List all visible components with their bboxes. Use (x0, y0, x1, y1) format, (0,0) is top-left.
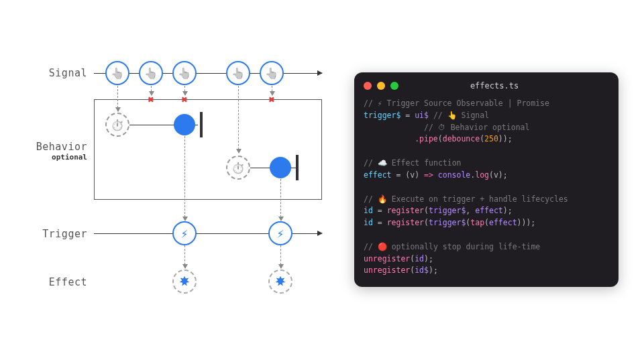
dash-to-effect-2 (280, 245, 281, 268)
code-token: log (475, 170, 489, 180)
trigger-event-1: ⚡ (172, 221, 197, 245)
code-token: // 👆 Signal (429, 111, 489, 120)
minimize-icon[interactable] (377, 82, 385, 90)
debounce-emit-2 (270, 157, 291, 178)
code-token: debounce (443, 134, 480, 143)
dash-1 (117, 86, 118, 111)
behavior-box (94, 99, 322, 200)
dash-4 (238, 86, 239, 153)
code-token: id (364, 206, 373, 215)
code-token: trigger$ (429, 206, 466, 215)
window-titlebar: effects.ts (364, 79, 609, 93)
cancel-3: ✖ (181, 93, 188, 106)
code-token: register (387, 218, 424, 227)
trigger-row-label: Trigger (20, 228, 87, 240)
effect-1 (172, 269, 197, 294)
code-token: ( (424, 218, 429, 227)
code-comment: // ☁️ Effect function (364, 158, 462, 168)
code-token: ( (484, 218, 489, 227)
pointer-icon: 👆 (178, 67, 191, 80)
cancel-5: ✖ (268, 93, 275, 106)
code-token: => (419, 170, 438, 180)
code-token: 250 (484, 134, 498, 143)
code-token: = (373, 218, 387, 227)
code-token: unregister (364, 254, 410, 263)
stopwatch-icon: ⏱️ (231, 162, 245, 174)
debounce-emit-1 (174, 114, 195, 135)
code-token: , (466, 206, 475, 215)
signal-event-4: 👆 (226, 61, 250, 85)
code-token: ); (424, 254, 433, 263)
code-token: = (400, 111, 415, 120)
signal-event-1: 👆 (105, 61, 129, 85)
pointer-icon: 👆 (144, 67, 158, 80)
code-token: = (373, 206, 387, 215)
code-token: ( (438, 134, 443, 143)
cloud-splat-icon (273, 274, 288, 289)
code-token: ui$ (415, 111, 429, 120)
signal-event-3: 👆 (172, 61, 197, 85)
pointer-icon: 👆 (265, 67, 278, 80)
terminator-2 (296, 155, 299, 180)
cloud-splat-icon (177, 274, 192, 289)
stopwatch-icon: ⏱️ (111, 119, 124, 131)
code-token: trigger$ (364, 111, 400, 120)
trigger-event-2: ⚡ (268, 221, 292, 245)
code-token: id$ (415, 265, 429, 275)
code-token: id (415, 254, 424, 263)
bolt-icon: ⚡ (181, 227, 189, 241)
diagram-page: Signal Behavior optional Trigger Effect … (0, 0, 644, 362)
dash-to-trigger-2 (280, 179, 281, 221)
code-token: register (387, 206, 424, 215)
code-token: trigger$ (429, 218, 466, 227)
window-title: effects.ts (404, 81, 609, 90)
code-token: (v) (405, 170, 419, 180)
code-token: tap (470, 218, 484, 227)
behavior-optional-label: optional (20, 153, 87, 162)
bolt-icon: ⚡ (277, 227, 284, 241)
pointer-icon: 👆 (111, 67, 124, 80)
code-comment: // ⚡ Trigger Source Observable | Promise (364, 99, 549, 108)
code-token: ( (424, 206, 429, 215)
code-token: )); (498, 134, 513, 143)
code-comment: // 🔥 Execute on trigger + handle lifecyc… (364, 194, 568, 204)
code-window: effects.ts // ⚡ Trigger Source Observabl… (354, 72, 619, 287)
code-token: effect (475, 206, 503, 215)
behavior-row-label: Behavior (20, 141, 87, 153)
code-token: ); (429, 265, 438, 275)
code-token: ); (503, 206, 513, 215)
code-token: console (438, 170, 470, 180)
code-token: id (364, 218, 373, 227)
signal-row-label: Signal (20, 67, 87, 79)
code-comment: // 🔴 optionally stop during life-time (364, 242, 540, 251)
dash-to-effect-1 (184, 245, 185, 268)
debounce-start-1: ⏱️ (105, 113, 129, 137)
signal-event-5: 👆 (260, 61, 284, 85)
dash-to-trigger-1 (184, 136, 185, 221)
code-token: effect (489, 218, 517, 227)
cancel-2: ✖ (148, 93, 154, 106)
effect-2 (268, 269, 292, 294)
pointer-icon: 👆 (231, 67, 245, 80)
code-token: effect (364, 170, 392, 180)
code-token: ))); (517, 218, 536, 227)
code-block: // ⚡ Trigger Source Observable | Promise… (364, 98, 609, 277)
debounce-start-2: ⏱️ (226, 156, 250, 180)
maximize-icon[interactable] (390, 82, 398, 90)
code-token: (v); (489, 170, 508, 180)
effect-row-label: Effect (20, 276, 87, 288)
signal-event-2: 👆 (139, 61, 163, 85)
code-token: unregister (364, 265, 410, 275)
code-token: pipe (419, 134, 438, 143)
close-icon[interactable] (364, 82, 372, 90)
code-token: . (364, 134, 419, 143)
code-token: = (392, 170, 406, 180)
code-comment: // ⏱ Behavior optional (364, 123, 529, 132)
terminator-1 (200, 112, 203, 137)
